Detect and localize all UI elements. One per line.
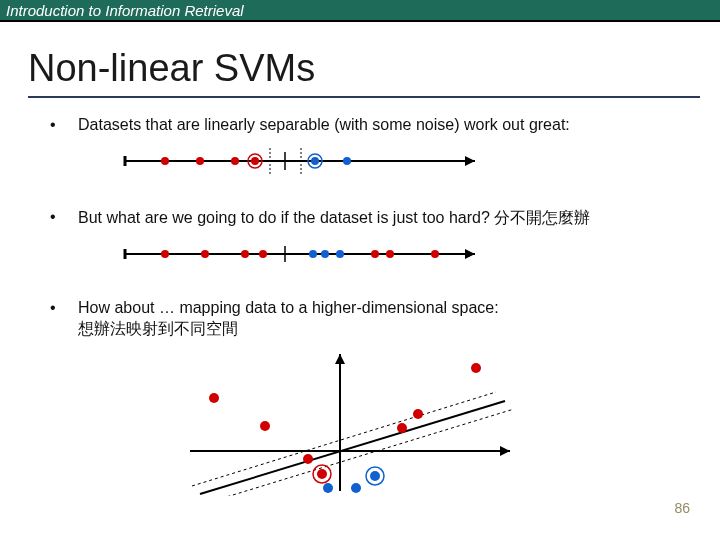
svg-point-36 <box>260 421 270 431</box>
svg-point-7 <box>196 157 204 165</box>
svg-line-34 <box>210 409 514 496</box>
page-number: 86 <box>674 500 690 516</box>
svg-point-37 <box>303 454 313 464</box>
svg-point-22 <box>309 250 317 258</box>
extra-text: 想辦法映射到不同空間 <box>78 319 700 340</box>
svg-point-25 <box>371 250 379 258</box>
bullet-text: But what are we going to do if the datas… <box>78 208 700 229</box>
content-area: • Datasets that are linearly separable (… <box>0 98 720 496</box>
course-title: Introduction to Information Retrieval <box>6 2 244 19</box>
svg-marker-15 <box>465 249 475 259</box>
svg-point-35 <box>209 393 219 403</box>
bullet-3: • How about … mapping data to a higher-d… <box>50 299 700 317</box>
svg-point-19 <box>201 250 209 258</box>
svg-point-20 <box>241 250 249 258</box>
diagram-3 <box>170 346 700 496</box>
svg-point-27 <box>431 250 439 258</box>
bullet-1: • Datasets that are linearly separable (… <box>50 116 700 134</box>
svg-point-9 <box>251 157 259 165</box>
svg-point-6 <box>161 157 169 165</box>
bullet-3-extra: 想辦法映射到不同空間 <box>50 319 700 340</box>
svg-point-11 <box>311 157 319 165</box>
svg-point-24 <box>336 250 344 258</box>
svg-marker-31 <box>335 354 345 364</box>
svg-point-13 <box>343 157 351 165</box>
svg-point-38 <box>317 469 327 479</box>
diagram-1 <box>115 144 700 178</box>
svg-line-33 <box>192 392 496 486</box>
svg-point-18 <box>161 250 169 258</box>
diagram-2 <box>115 239 700 269</box>
svg-point-41 <box>413 409 423 419</box>
svg-marker-1 <box>465 156 475 166</box>
bullet-icon: • <box>50 299 78 317</box>
svg-point-23 <box>321 250 329 258</box>
bullet-text: How about … mapping data to a higher-dim… <box>78 299 700 317</box>
slide-title: Non-linear SVMs <box>28 47 720 90</box>
bullet-icon: • <box>50 208 78 226</box>
svg-point-42 <box>471 363 481 373</box>
bullet-2: • But what are we going to do if the dat… <box>50 208 700 229</box>
svg-point-44 <box>351 483 361 493</box>
svg-line-32 <box>200 401 505 494</box>
svg-point-43 <box>323 483 333 493</box>
svg-point-21 <box>259 250 267 258</box>
svg-point-45 <box>370 471 380 481</box>
svg-point-40 <box>397 423 407 433</box>
svg-point-26 <box>386 250 394 258</box>
svg-marker-29 <box>500 446 510 456</box>
bullet-icon: • <box>50 116 78 134</box>
header-bar: Introduction to Information Retrieval <box>0 0 720 22</box>
bullet-text: Datasets that are linearly separable (wi… <box>78 116 700 134</box>
svg-point-8 <box>231 157 239 165</box>
